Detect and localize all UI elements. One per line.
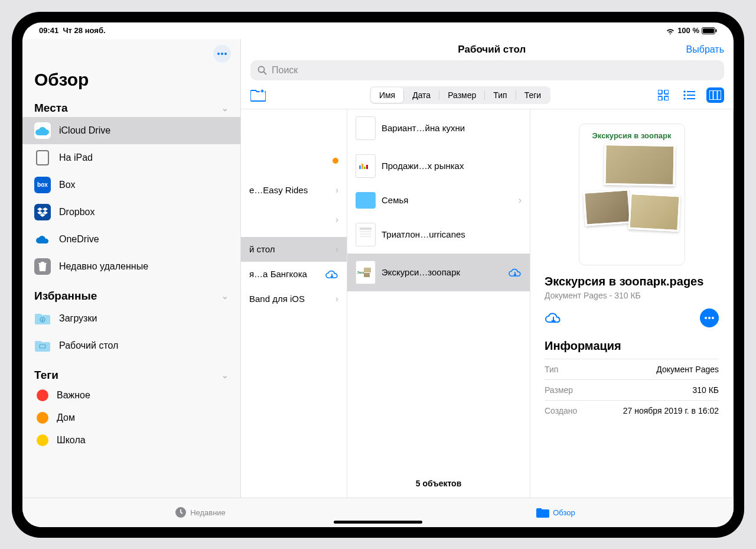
tag-dot-icon [37,412,48,424]
list-item[interactable]: Семья › [347,185,530,216]
chevron-right-icon: › [335,215,338,225]
sort-tags[interactable]: Теги [516,87,549,103]
svg-point-33 [705,317,707,319]
svg-point-34 [708,317,711,319]
status-date: Чт 28 нояб. [63,26,105,35]
new-folder-button[interactable] [250,89,266,102]
file-name: Экскурсия в зоопарк.pages [545,275,719,288]
column-1: e…Easy Rides› › й стол› я…а Бангкока Ban… [241,109,347,498]
tab-browse[interactable]: Обзор [378,498,734,527]
view-grid-button[interactable] [654,87,672,103]
search-icon [258,66,267,75]
svg-rect-19 [687,95,695,96]
list-item[interactable]: я…а Бангкока [241,262,347,287]
list-item[interactable]: Экск Экскурси…зоопарк [347,254,530,291]
svg-point-3 [217,53,220,55]
sidebar-tag-school[interactable]: Школа [22,429,240,451]
list-item[interactable]: Band для iOS› [241,287,347,311]
info-row: Создано27 ноября 2019 г. в 16:02 [545,400,719,421]
sidebar-item-dropbox[interactable]: Dropbox [22,199,240,226]
folder-desktop-icon [35,340,50,352]
search-placeholder: Поиск [272,65,298,76]
status-battery-pct: 100 % [677,26,699,35]
sidebar-tag-important[interactable]: Важное [22,384,240,407]
favorites-header[interactable]: Избранные ⌄ [22,286,240,305]
list-item[interactable]: Продажи…х рынках [347,147,530,185]
list-item[interactable]: й стол› [241,237,347,262]
svg-rect-2 [716,29,717,32]
sidebar-more-button[interactable] [213,45,231,63]
tags-header[interactable]: Теги ⌄ [22,365,240,384]
list-item[interactable]: › [241,203,347,237]
info-row: Размер310 КБ [545,379,719,400]
wifi-icon [666,27,675,34]
svg-rect-30 [360,231,372,232]
select-button[interactable]: Выбрать [686,44,724,55]
sidebar-item-trash[interactable]: Недавно удаленные [22,253,240,280]
list-item[interactable] [241,144,347,178]
svg-point-16 [683,90,686,93]
chevron-down-icon: ⌄ [221,103,229,113]
sidebar-tag-home[interactable]: Дом [22,407,240,429]
sidebar-item-label: iCloud Drive [59,125,110,136]
svg-point-9 [259,66,265,72]
sidebar-item-box[interactable]: box Box [22,171,240,199]
tab-recents[interactable]: Недавние [22,498,378,527]
list-item[interactable]: e…Easy Rides› [241,178,347,203]
status-bar: 09:41 Чт 28 нояб. 100 % [22,22,734,39]
info-row: ТипДокумент Pages [545,359,719,379]
sidebar-item-ipad[interactable]: На iPad [22,144,240,171]
sort-name[interactable]: Имя [371,87,403,103]
sidebar-title: Обзор [22,66,240,98]
sidebar-item-label: Важное [57,390,90,401]
cloud-download-icon[interactable] [509,267,522,278]
sidebar-item-label: OneDrive [59,234,99,245]
svg-rect-12 [658,90,662,94]
file-more-button[interactable] [700,308,719,327]
svg-rect-26 [361,164,363,169]
sidebar-item-downloads[interactable]: Загрузки [22,305,240,332]
file-meta: Документ Pages - 310 КБ [545,291,719,300]
svg-rect-29 [360,228,372,230]
tag-dot-icon [37,389,48,401]
view-list-button[interactable] [680,87,698,103]
sidebar-item-label: Дом [57,412,75,423]
list-item[interactable]: Триатлон…urricanes [347,216,530,254]
sort-type[interactable]: Тип [485,87,515,103]
sort-date[interactable]: Дата [404,87,439,103]
status-time: 09:41 [39,26,58,35]
page-title: Рабочий стол [298,44,686,56]
column-2: Вариант…йна кухни Продажи…х рынках Семья… [347,109,530,498]
svg-rect-28 [366,165,368,169]
download-button[interactable] [545,311,562,325]
svg-rect-22 [709,90,721,100]
info-header: Информация [545,339,719,353]
svg-rect-15 [664,96,669,100]
battery-icon [702,27,717,34]
search-input[interactable]: Поиск [250,60,724,80]
svg-rect-31 [360,233,372,235]
svg-point-35 [712,317,714,319]
chevron-right-icon: › [519,195,522,206]
svg-rect-27 [364,167,366,169]
chevron-right-icon: › [335,294,338,304]
sidebar-item-label: Box [59,180,76,190]
home-indicator[interactable] [334,521,422,524]
list-item[interactable] [241,109,347,144]
locations-header[interactable]: Места ⌄ [22,98,240,117]
onedrive-icon [35,235,50,244]
sort-size[interactable]: Размер [439,87,484,103]
svg-point-5 [224,53,227,55]
svg-rect-32 [360,236,372,237]
sidebar-item-icloud[interactable]: iCloud Drive [22,117,240,144]
sidebar-item-onedrive[interactable]: OneDrive [22,226,240,253]
cloud-download-icon[interactable] [325,269,338,280]
sidebar-item-desktop[interactable]: Рабочий стол [22,332,240,359]
svg-rect-13 [664,90,669,94]
folder-downloads-icon [35,313,50,324]
view-columns-button[interactable] [706,87,724,103]
list-item[interactable]: Вариант…йна кухни [347,109,530,147]
folder-icon [356,192,376,209]
item-count: 5 объектов [347,469,530,498]
chevron-right-icon: › [335,244,338,255]
